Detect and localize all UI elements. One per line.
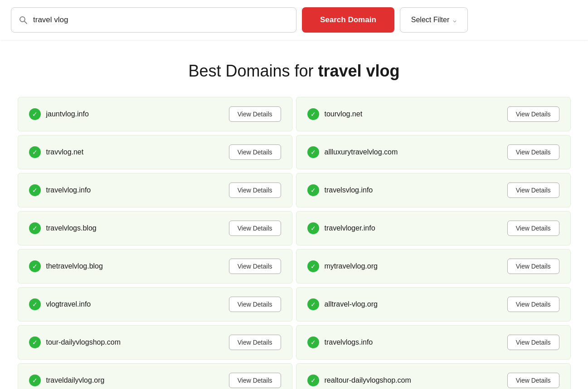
domain-name: travvlog.net — [46, 148, 84, 156]
view-details-button[interactable]: View Details — [507, 182, 559, 198]
domain-name: jauntvlog.info — [46, 110, 89, 118]
domain-left: ✓ tourvlog.net — [307, 108, 363, 120]
domain-name: tourvlog.net — [325, 110, 363, 118]
domain-name: realtour-dailyvlogshop.com — [325, 376, 411, 384]
available-check-icon: ✓ — [307, 298, 319, 310]
select-filter-button[interactable]: Select Filter ⌵ — [400, 7, 468, 33]
domain-left: ✓ jauntvlog.info — [29, 108, 89, 120]
domain-left: ✓ realtour-dailyvlogshop.com — [307, 375, 411, 386]
available-check-icon: ✓ — [29, 184, 41, 196]
domain-left: ✓ travelvloger.info — [307, 222, 375, 234]
domain-left: ✓ travelvlogs.info — [307, 336, 373, 348]
domain-left: ✓ allluxurytravelvlog.com — [307, 146, 398, 158]
available-check-icon: ✓ — [29, 298, 41, 310]
available-check-icon: ✓ — [307, 375, 319, 386]
domain-item: ✓ allluxurytravelvlog.com View Details — [296, 135, 571, 169]
domain-left: ✓ traveldailyvlog.org — [29, 375, 105, 386]
domain-item: ✓ jauntvlog.info View Details — [18, 97, 292, 131]
domain-name: travelvlog.info — [46, 186, 91, 194]
available-check-icon: ✓ — [29, 108, 41, 120]
domain-name: thetravelvlog.blog — [46, 262, 103, 270]
available-check-icon: ✓ — [29, 260, 41, 272]
view-details-button[interactable]: View Details — [507, 259, 559, 274]
available-check-icon: ✓ — [307, 146, 319, 158]
domain-item: ✓ traveldailyvlog.org View Details — [18, 363, 292, 389]
view-details-button[interactable]: View Details — [507, 373, 559, 388]
domain-name: travelsvlog.info — [325, 186, 373, 194]
available-check-icon: ✓ — [307, 260, 319, 272]
domain-name: travelvloger.info — [325, 224, 375, 232]
domain-item: ✓ tour-dailyvlogshop.com View Details — [18, 325, 292, 360]
domain-name: travelvlogs.info — [325, 338, 373, 346]
chevron-down-icon: ⌵ — [453, 17, 457, 24]
domain-left: ✓ tour-dailyvlogshop.com — [29, 336, 121, 348]
domain-left: ✓ mytravelvlog.org — [307, 260, 378, 272]
domain-name: traveldailyvlog.org — [46, 376, 105, 384]
domain-left: ✓ travelsvlog.info — [307, 184, 373, 196]
domain-left: ✓ travvlog.net — [29, 146, 84, 158]
svg-line-1 — [24, 21, 27, 24]
available-check-icon: ✓ — [29, 336, 41, 348]
domain-name: vlogtravel.info — [46, 300, 91, 308]
domain-item: ✓ travelvlogs.info View Details — [296, 325, 571, 360]
domain-item: ✓ travelvloger.info View Details — [296, 211, 571, 245]
view-details-button[interactable]: View Details — [507, 221, 559, 236]
view-details-button[interactable]: View Details — [507, 297, 559, 312]
domain-name: allluxurytravelvlog.com — [325, 148, 398, 156]
view-details-button[interactable]: View Details — [507, 106, 559, 122]
view-details-button[interactable]: View Details — [229, 221, 281, 236]
view-details-button[interactable]: View Details — [229, 144, 281, 160]
domain-left: ✓ travelvlog.info — [29, 184, 91, 196]
available-check-icon: ✓ — [29, 375, 41, 386]
view-details-button[interactable]: View Details — [229, 373, 281, 388]
domain-name: travelvlogs.blog — [46, 224, 97, 232]
domain-name: mytravelvlog.org — [325, 262, 378, 270]
domain-item: ✓ tourvlog.net View Details — [296, 97, 571, 131]
domain-left: ✓ alltravel-vlog.org — [307, 298, 378, 310]
view-details-button[interactable]: View Details — [507, 335, 559, 350]
domain-name: alltravel-vlog.org — [325, 300, 378, 308]
available-check-icon: ✓ — [307, 108, 319, 120]
page-title: Best Domains for travel vlog — [0, 62, 588, 81]
domain-left: ✓ thetravelvlog.blog — [29, 260, 103, 272]
domain-item: ✓ travelvlogs.blog View Details — [18, 211, 292, 245]
available-check-icon: ✓ — [307, 222, 319, 234]
search-input[interactable] — [33, 15, 289, 24]
search-icon — [19, 15, 28, 24]
domain-item: ✓ realtour-dailyvlogshop.com View Detail… — [296, 363, 571, 389]
filter-label: Select Filter — [411, 16, 449, 24]
view-details-button[interactable]: View Details — [507, 144, 559, 160]
view-details-button[interactable]: View Details — [229, 335, 281, 350]
view-details-button[interactable]: View Details — [229, 106, 281, 122]
domain-item: ✓ vlogtravel.info View Details — [18, 287, 292, 322]
domains-grid: ✓ jauntvlog.info View Details ✓ tourvlog… — [9, 95, 580, 389]
domain-left: ✓ vlogtravel.info — [29, 298, 91, 310]
search-domain-button[interactable]: Search Domain — [302, 7, 394, 33]
domain-item: ✓ mytravelvlog.org View Details — [296, 249, 571, 283]
view-details-button[interactable]: View Details — [229, 259, 281, 274]
domain-item: ✓ travelsvlog.info View Details — [296, 173, 571, 207]
view-details-button[interactable]: View Details — [229, 182, 281, 198]
domain-item: ✓ thetravelvlog.blog View Details — [18, 249, 292, 283]
available-check-icon: ✓ — [29, 146, 41, 158]
view-details-button[interactable]: View Details — [229, 297, 281, 312]
available-check-icon: ✓ — [29, 222, 41, 234]
domain-item: ✓ travvlog.net View Details — [18, 135, 292, 169]
domain-item: ✓ alltravel-vlog.org View Details — [296, 287, 571, 322]
top-bar: Search Domain Select Filter ⌵ — [0, 0, 588, 40]
available-check-icon: ✓ — [307, 184, 319, 196]
domain-item: ✓ travelvlog.info View Details — [18, 173, 292, 207]
domain-left: ✓ travelvlogs.blog — [29, 222, 97, 234]
available-check-icon: ✓ — [307, 336, 319, 348]
search-wrapper — [11, 7, 296, 33]
domain-name: tour-dailyvlogshop.com — [46, 338, 121, 346]
